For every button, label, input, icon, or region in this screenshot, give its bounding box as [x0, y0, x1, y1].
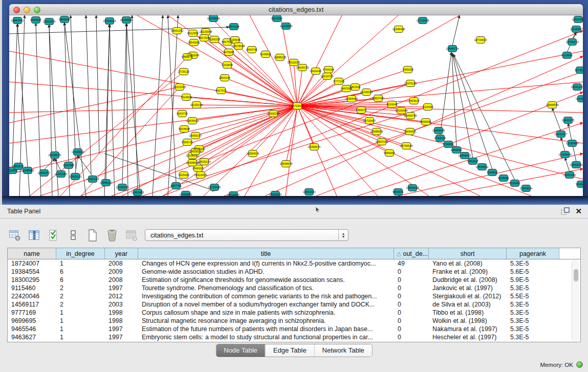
- table-cell[interactable]: Franke et al. (2009): [429, 268, 507, 276]
- table-cell[interactable]: 1997: [105, 325, 138, 333]
- table-cell[interactable]: 18300295: [8, 276, 56, 284]
- table-cell[interactable]: Jankovic et al. (1997): [429, 284, 507, 292]
- table-cell[interactable]: 6: [56, 268, 105, 276]
- table-cell[interactable]: 2: [56, 284, 105, 292]
- table-cell[interactable]: 9115460: [8, 284, 56, 292]
- table-cell[interactable]: 5.3E-5: [507, 317, 559, 325]
- table-cell[interactable]: 1: [56, 317, 105, 325]
- table-cell[interactable]: 1997: [105, 284, 138, 292]
- table-cell[interactable]: 9699695: [8, 317, 56, 325]
- table-cell[interactable]: Investigating the contribution of common…: [138, 292, 394, 300]
- table-scrollbar-track[interactable]: [572, 260, 579, 341]
- table-cell[interactable]: 0: [394, 333, 429, 341]
- table-cell[interactable]: 0: [394, 300, 429, 309]
- table-cell[interactable]: 1: [56, 259, 105, 268]
- table-cell[interactable]: 49: [394, 259, 429, 268]
- table-cell[interactable]: 5.3E-5: [507, 325, 559, 333]
- tab-node-table[interactable]: Node Table: [216, 344, 266, 357]
- table-row[interactable]: 1872400712008Changes of HCN gene express…: [8, 259, 580, 268]
- table-cell[interactable]: 5.5E-5: [507, 292, 559, 300]
- table-settings-icon[interactable]: [8, 229, 21, 242]
- network-view-window[interactable]: 1688794294636271830107594655462063432316…: [9, 4, 583, 196]
- row-height-icon[interactable]: [67, 229, 80, 242]
- table-selector-combobox[interactable]: citations_edges.txt ▲▼: [145, 229, 349, 241]
- table-cell[interactable]: 2008: [105, 276, 138, 284]
- table-scrollbar-thumb[interactable]: [574, 269, 578, 281]
- column-header-pagerank[interactable]: pagerank: [507, 248, 559, 259]
- delete-column-icon[interactable]: [105, 229, 119, 242]
- tab-network-table[interactable]: Network Table: [315, 344, 372, 357]
- table-cell[interactable]: Tibbo et al. (1998): [429, 309, 507, 317]
- table-cell[interactable]: 9777169: [8, 309, 56, 317]
- column-header-short[interactable]: short: [429, 248, 507, 259]
- table-cell[interactable]: 1: [56, 325, 105, 333]
- table-row[interactable]: 969969511998Structural magnetic resonanc…: [8, 317, 580, 325]
- table-cell[interactable]: 0: [394, 325, 429, 333]
- table-cell[interactable]: 1997: [105, 333, 138, 341]
- table-row[interactable]: 1938455462009Genome-wide association stu…: [8, 268, 580, 276]
- column-header-name[interactable]: name: [8, 248, 56, 259]
- table-cell[interactable]: 0: [394, 284, 429, 292]
- table-cell[interactable]: Estimation of the future numbers of pati…: [138, 325, 394, 333]
- table-cell[interactable]: 5.3E-5: [507, 309, 559, 317]
- table-cell[interactable]: Wolkin et al. (1998): [429, 317, 507, 325]
- table-cell[interactable]: 2003: [105, 300, 138, 309]
- table-cell[interactable]: 5.6E-5: [507, 268, 559, 276]
- table-cell[interactable]: 6: [56, 276, 105, 284]
- table-cell[interactable]: Corpus callosum shape and size in male p…: [138, 309, 394, 317]
- table-cell[interactable]: 9463627: [8, 333, 56, 341]
- table-cell[interactable]: Hescheler et al. (1997): [429, 333, 507, 341]
- column-header-in_degree[interactable]: in_degree: [56, 248, 105, 259]
- table-cell[interactable]: 1: [56, 333, 105, 341]
- table-cell[interactable]: 5.3E-5: [507, 300, 559, 309]
- table-cell[interactable]: Stergiakouli et al. (2012): [429, 292, 507, 300]
- table-cell[interactable]: Structural magnetic resonance image aver…: [138, 317, 394, 325]
- table-cell[interactable]: Nakamura et al. (1997): [429, 325, 507, 333]
- table-cell[interactable]: 22420046: [8, 292, 56, 300]
- tab-edge-table[interactable]: Edge Table: [266, 344, 315, 357]
- close-panel-icon[interactable]: ✕: [575, 207, 582, 216]
- table-cell[interactable]: 0: [394, 268, 429, 276]
- table-cell[interactable]: Genome-wide association studies in ADHD.: [138, 268, 394, 276]
- table-row[interactable]: 1830029562008Estimation of significance …: [8, 276, 580, 284]
- table-cell[interactable]: 2009: [105, 268, 138, 276]
- table-cell[interactable]: 5.3E-5: [507, 284, 559, 292]
- network-canvas[interactable]: 1688794294636271830107594655462063432316…: [9, 15, 583, 196]
- table-cell[interactable]: 14569117: [8, 300, 56, 309]
- table-cell[interactable]: 5.9E-5: [507, 276, 559, 284]
- table-cell[interactable]: 2008: [105, 259, 138, 268]
- table-cell[interactable]: 2: [56, 300, 105, 309]
- table-row[interactable]: 1456911722003Disruption of a novel membe…: [8, 300, 580, 309]
- table-cell[interactable]: Dudbridge et al. (2008): [429, 276, 507, 284]
- table-cell[interactable]: 0: [394, 276, 429, 284]
- column-header-title[interactable]: title: [138, 248, 394, 259]
- table-row[interactable]: 946362711997Embryonic stem cells: a mode…: [8, 333, 580, 341]
- table-cell[interactable]: 18724007: [8, 259, 56, 268]
- memory-status-icon[interactable]: [576, 361, 583, 368]
- table-cell[interactable]: 1998: [105, 309, 138, 317]
- table-row[interactable]: 2242004622012Investigating the contribut…: [8, 292, 580, 300]
- table-row[interactable]: 977716911998Corpus callosum shape and si…: [8, 309, 580, 317]
- new-column-icon[interactable]: [86, 229, 99, 242]
- table-cell[interactable]: 0: [394, 309, 429, 317]
- float-panel-icon[interactable]: [561, 207, 570, 215]
- table-cell[interactable]: 2012: [105, 292, 138, 300]
- show-columns-icon[interactable]: [28, 229, 41, 242]
- table-row[interactable]: 946554611997Estimation of the future num…: [8, 325, 580, 333]
- table-cell[interactable]: 1998: [105, 317, 138, 325]
- table-cell[interactable]: 5.3E-5: [507, 333, 559, 341]
- table-cell[interactable]: 2: [56, 292, 105, 300]
- table-row[interactable]: 911546021997Tourette syndrome. Phenomeno…: [8, 284, 580, 292]
- table-cell[interactable]: Disruption of a novel member of a sodium…: [138, 300, 394, 309]
- column-header-year[interactable]: year: [105, 248, 138, 259]
- table-cell[interactable]: Embryonic stem cells: a model to study s…: [138, 333, 394, 341]
- table-cell[interactable]: de Silva et al. (2003): [429, 300, 507, 309]
- table-cell[interactable]: 19384554: [8, 268, 56, 276]
- window-titlebar[interactable]: citations_edges.txt: [9, 4, 583, 15]
- column-header-out_degree[interactable]: △out_de...: [394, 248, 429, 259]
- table-cell[interactable]: Yano et al. (2008): [429, 259, 507, 268]
- table-cell[interactable]: Tourette syndrome. Phenomenology and cla…: [138, 284, 394, 292]
- table-cell[interactable]: 0: [394, 317, 429, 325]
- table-cell[interactable]: Estimation of significance thresholds fo…: [138, 276, 394, 284]
- table-cell[interactable]: 9465546: [8, 325, 56, 333]
